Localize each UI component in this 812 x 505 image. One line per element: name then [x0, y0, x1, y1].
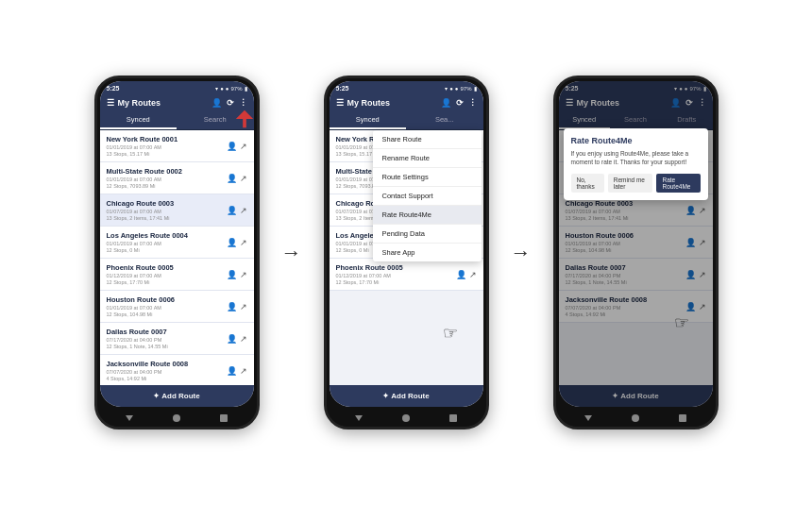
arrow-2: → — [506, 238, 536, 268]
route-share-icon[interactable]: ↗ — [240, 270, 247, 279]
status-icons-1: ▾ ● ● 97% ▮ — [215, 85, 246, 92]
add-route-button-1[interactable]: ✦ Add Route — [100, 385, 254, 407]
forward-arrow-2: → — [506, 238, 536, 268]
app-title-1: My Routes — [118, 98, 161, 108]
add-user-icon-1[interactable]: 👤 — [211, 98, 222, 108]
home-nav-1[interactable] — [173, 414, 180, 422]
route-share-icon[interactable]: ↗ — [240, 302, 247, 311]
add-route-button-2[interactable]: ✦ Add Route — [330, 385, 483, 407]
route-icon[interactable]: 👤 — [227, 206, 237, 215]
status-time-1: 5:25 — [107, 85, 120, 92]
back-nav-2[interactable] — [355, 415, 363, 421]
dropdown-item-rate[interactable]: Rate Route4Me — [373, 206, 482, 225]
cursor-hand-3: ☞ — [674, 312, 689, 333]
phone-3: 5:25 ▾●●97%▮ ☰ My Routes 👤 ⟳ ⋮ Synced Se… — [553, 76, 719, 429]
tab-synced-2[interactable]: Synced — [330, 111, 407, 129]
dropdown-item-pending-data[interactable]: Pending Data — [373, 225, 482, 244]
tab-bar-2: Synced Sea... — [330, 111, 483, 130]
route-item[interactable]: Dallas Route 000707/17/2020 at 04:00 PM1… — [100, 323, 254, 355]
tab-synced-1[interactable]: Synced — [100, 111, 178, 129]
route-item-highlighted[interactable]: Chicago Route 000301/07/2019 at 07:00 AM… — [100, 194, 254, 227]
route-icon[interactable]: 👤 — [227, 366, 237, 376]
home-nav-2[interactable] — [402, 414, 410, 422]
rate-dialog[interactable]: Rate Route4Me If you enjoy using Route4M… — [564, 128, 708, 200]
route-icon[interactable]: 👤 — [227, 142, 237, 151]
arrow-1: → — [277, 238, 307, 268]
dialog-title: Rate Route4Me — [571, 136, 701, 145]
recents-nav-3[interactable] — [679, 414, 686, 422]
menu-icon-2[interactable]: ☰ — [336, 98, 344, 108]
nav-bar-1 — [97, 410, 257, 427]
route-icon[interactable]: 👤 — [227, 174, 237, 183]
route-item[interactable]: Houston Route 000601/01/2019 at 07:00 AM… — [100, 291, 254, 323]
phone-2: 5:25 ▾●●97%▮ ☰ My Routes 👤 ⟳ ⋮ Synced Se… — [324, 76, 489, 429]
status-bar-2: 5:25 ▾●●97%▮ — [330, 81, 483, 94]
route-item[interactable]: New York Route 000101/01/2019 at 07:00 A… — [100, 130, 254, 162]
dropdown-item-rename-route[interactable]: Rename Route — [373, 149, 482, 168]
route-list-1: New York Route 000101/01/2019 at 07:00 A… — [100, 130, 254, 385]
status-bar-1: 5:25 ▾ ● ● 97% ▮ — [100, 81, 254, 94]
menu-icon-1[interactable]: ☰ — [107, 98, 114, 108]
back-nav-3[interactable] — [584, 415, 592, 421]
route-item[interactable]: Multi-State Route 000201/01/2019 at 07:0… — [100, 162, 254, 194]
route-share-icon[interactable]: ↗ — [240, 366, 247, 376]
more-icon-2[interactable]: ⋮ — [468, 98, 477, 108]
dropdown-menu[interactable]: Share Route Rename Route Route Settings … — [373, 130, 482, 261]
status-time-2: 5:25 — [336, 85, 349, 92]
dropdown-item-route-settings[interactable]: Route Settings — [373, 168, 482, 187]
route-share-icon[interactable]: ↗ — [240, 142, 247, 151]
app-title-2: My Routes — [347, 98, 391, 108]
route-item[interactable]: Jacksonville Route 000807/07/2020 at 04:… — [100, 355, 254, 385]
route-icon[interactable]: 👤 — [456, 270, 466, 279]
nav-bar-3 — [556, 410, 716, 427]
dialog-remind-button[interactable]: Remind me later — [608, 174, 653, 193]
route-share-icon[interactable]: ↗ — [469, 270, 477, 279]
dialog-buttons: No, thanks Remind me later Rate Route4Me — [571, 174, 701, 193]
scene: 5:25 ▾ ● ● 97% ▮ ☰ My Routes 👤 ⟳ ⋮ — [0, 66, 812, 439]
dropdown-item-contact-support[interactable]: Contact Support — [373, 187, 482, 206]
refresh-icon-1[interactable]: ⟳ — [227, 98, 234, 108]
refresh-icon-2[interactable]: ⟳ — [456, 98, 464, 108]
dropdown-item-share-route[interactable]: Share Route — [373, 130, 482, 149]
route-icon[interactable]: 👤 — [227, 302, 237, 311]
red-arrow-indicator — [234, 109, 254, 133]
back-nav-1[interactable] — [126, 415, 133, 421]
cursor-hand-2: ☞ — [443, 323, 458, 344]
nav-bar-2 — [327, 410, 486, 427]
route-icon[interactable]: 👤 — [227, 270, 237, 279]
app-header-1: ☰ My Routes 👤 ⟳ ⋮ — [100, 94, 254, 111]
phone-1: 5:25 ▾ ● ● 97% ▮ ☰ My Routes 👤 ⟳ ⋮ — [94, 76, 260, 429]
route-icon[interactable]: 👤 — [227, 334, 237, 344]
route-item[interactable]: Los Angeles Route 000401/01/2019 at 07:0… — [100, 227, 254, 259]
more-icon-1[interactable]: ⋮ — [239, 98, 247, 108]
recents-nav-2[interactable] — [449, 414, 457, 422]
route-item[interactable]: Phoenix Route 000501/12/2019 at 07:00 AM… — [100, 259, 254, 291]
route-icon[interactable]: 👤 — [227, 238, 237, 247]
app-header-2: ☰ My Routes 👤 ⟳ ⋮ — [330, 94, 483, 111]
dialog-body: If you enjoy using Route4Me, please take… — [571, 149, 701, 166]
dialog-rate-button[interactable]: Rate Route4Me — [656, 174, 700, 193]
route-share-icon[interactable]: ↗ — [240, 238, 247, 247]
status-icons-2: ▾●●97%▮ — [445, 85, 476, 92]
dropdown-item-share-app[interactable]: Share App — [373, 244, 482, 261]
dialog-no-button[interactable]: No, thanks — [571, 174, 604, 193]
route-item[interactable]: Phoenix Route 000501/12/2019 at 07:00 AM… — [330, 259, 483, 291]
tab-search-2[interactable]: Sea... — [406, 111, 483, 129]
recents-nav-1[interactable] — [220, 414, 228, 422]
tab-bar-1: Synced Search — [100, 111, 254, 130]
home-nav-3[interactable] — [632, 414, 639, 422]
route-share-icon[interactable]: ↗ — [240, 174, 247, 183]
add-user-icon-2[interactable]: 👤 — [441, 98, 451, 108]
forward-arrow-1: → — [277, 238, 307, 268]
route-share-icon[interactable]: ↗ — [240, 334, 247, 344]
route-share-icon[interactable]: ↗ — [240, 206, 247, 215]
